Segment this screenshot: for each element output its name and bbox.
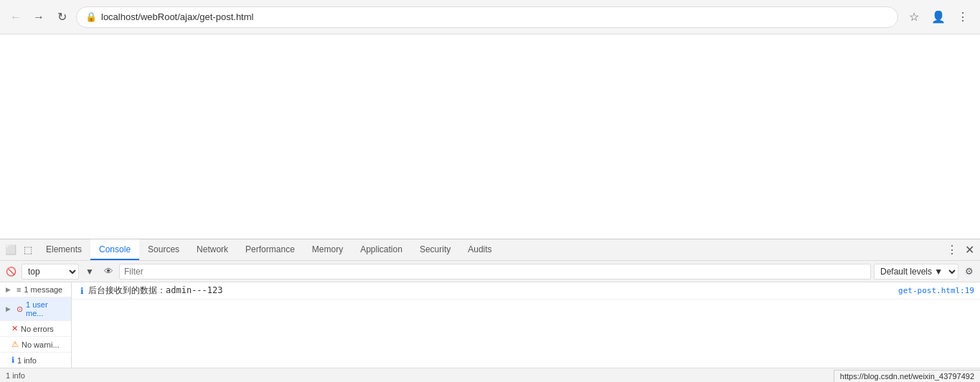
sidebar-item-messages[interactable]: ▶≡1 message: [0, 282, 71, 297]
sidebar-icon-warnings: ⚠: [11, 340, 19, 349]
bookmark-button[interactable]: ☆: [904, 7, 924, 27]
sidebar-item-warnings[interactable]: ⚠No warni...: [0, 337, 71, 353]
filter-input-wrap: [119, 264, 871, 280]
tab-application[interactable]: Application: [352, 239, 411, 260]
expand-arrow-messages: ▶: [6, 286, 11, 293]
tab-console[interactable]: Console: [90, 239, 139, 260]
filter-input[interactable]: [124, 267, 866, 277]
devtools-panel: ⬜ ⬚ ElementsConsoleSourcesNetworkPerform…: [0, 239, 980, 382]
sidebar-label-errors: No errors: [21, 325, 54, 333]
devtools-more-button[interactable]: ⋮: [944, 242, 960, 258]
devtools-close-button[interactable]: ✕: [961, 242, 977, 258]
tab-security[interactable]: Security: [411, 239, 459, 260]
devtools-dock-button[interactable]: ⬜: [3, 242, 19, 258]
console-sidebar: ▶≡1 message▶⊙1 user me...✕No errors⚠No w…: [0, 282, 72, 368]
devtools-content: ▶≡1 message▶⊙1 user me...✕No errors⚠No w…: [0, 282, 980, 368]
sidebar-label-messages: 1 message: [24, 285, 62, 294]
back-button[interactable]: ←: [7, 9, 24, 26]
address-bar[interactable]: 🔒 localhost/webRoot/ajax/get-post.html: [76, 6, 898, 28]
sidebar-icon-user-messages: ⊙: [17, 305, 23, 314]
toolbar-right: ☆ 👤 ⋮: [904, 7, 973, 27]
log-source[interactable]: get-post.html:19: [898, 286, 974, 295]
forward-button[interactable]: →: [30, 9, 47, 26]
sidebar-item-errors[interactable]: ✕No errors: [0, 321, 71, 337]
tab-elements[interactable]: Elements: [37, 239, 90, 260]
console-main: ℹ后台接收到的数据：admin---123get-post.html:19: [72, 282, 980, 368]
devtools-filterbar: 🚫 top ▼ 👁 Default levels ▼ ⚙: [0, 261, 980, 282]
sidebar-label-user-messages: 1 user me...: [26, 300, 65, 317]
browser-toolbar: ← → ↻ 🔒 localhost/webRoot/ajax/get-post.…: [0, 0, 980, 34]
address-text: localhost/webRoot/ajax/get-post.html: [101, 11, 889, 22]
devtools-tabs: ElementsConsoleSourcesNetworkPerformance…: [37, 239, 943, 260]
sidebar-label-warnings: No warni...: [22, 340, 60, 349]
sidebar-icon-info: ℹ: [11, 355, 14, 365]
log-row: ℹ后台接收到的数据：admin---123get-post.html:19: [72, 282, 980, 300]
menu-button[interactable]: ⋮: [953, 7, 973, 27]
page-content: [0, 34, 980, 235]
sidebar-icon-errors: ✕: [11, 324, 18, 333]
status-text: 1 info: [6, 371, 25, 380]
tab-memory[interactable]: Memory: [303, 239, 352, 260]
expand-arrow-user-messages: ▶: [6, 305, 11, 312]
tab-network[interactable]: Network: [188, 239, 237, 260]
log-type-icon: ℹ: [80, 286, 84, 296]
sidebar-icon-messages: ≡: [17, 285, 21, 294]
sidebar-item-info[interactable]: ℹ1 info: [0, 353, 71, 368]
account-button[interactable]: 👤: [928, 7, 948, 27]
url-tooltip: https://blog.csdn.net/weixin_43797492: [834, 370, 980, 382]
console-settings-button[interactable]: ⚙: [961, 264, 977, 280]
tab-sources[interactable]: Sources: [139, 239, 188, 260]
console-expand-button[interactable]: ▼: [82, 264, 98, 280]
console-clear-button[interactable]: 🚫: [3, 264, 19, 280]
reload-button[interactable]: ↻: [53, 9, 70, 26]
lock-icon: 🔒: [85, 11, 97, 22]
log-text: 后台接收到的数据：admin---123: [88, 285, 892, 297]
sidebar-label-info: 1 info: [17, 356, 37, 365]
devtools-pointer-button[interactable]: ⬚: [20, 242, 36, 258]
tab-audits[interactable]: Audits: [459, 239, 500, 260]
console-eye-button[interactable]: 👁: [100, 264, 116, 280]
default-levels-select[interactable]: Default levels ▼: [874, 264, 958, 280]
console-context-select[interactable]: top: [22, 264, 79, 280]
tab-performance[interactable]: Performance: [237, 239, 303, 260]
sidebar-item-user-messages[interactable]: ▶⊙1 user me...: [0, 297, 71, 321]
devtools-tabbar: ⬜ ⬚ ElementsConsoleSourcesNetworkPerform…: [0, 239, 980, 261]
